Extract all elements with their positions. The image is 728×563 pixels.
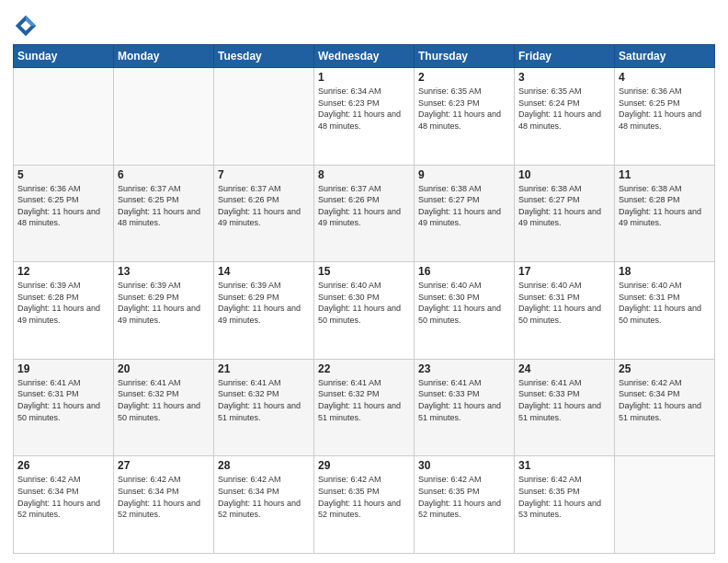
sunset-text: Sunset: 6:31 PM: [619, 292, 711, 304]
sunset-text: Sunset: 6:32 PM: [318, 388, 410, 400]
sunrise-text: Sunrise: 6:37 AM: [318, 183, 410, 195]
sunset-text: Sunset: 6:35 PM: [518, 486, 610, 498]
day-number: 20: [118, 362, 210, 375]
day-info: Sunrise: 6:42 AMSunset: 6:35 PMDaylight:…: [518, 474, 610, 520]
sunrise-text: Sunrise: 6:42 AM: [418, 474, 510, 486]
sunset-text: Sunset: 6:23 PM: [318, 98, 410, 109]
calendar-week-row: 5Sunrise: 6:36 AMSunset: 6:25 PMDaylight…: [14, 165, 715, 262]
sunrise-text: Sunrise: 6:36 AM: [17, 183, 109, 195]
calendar-week-row: 26Sunrise: 6:42 AMSunset: 6:34 PMDayligh…: [14, 456, 715, 554]
daylight-text: Daylight: 11 hours and 51 minutes.: [518, 400, 610, 423]
day-number: 12: [17, 265, 109, 278]
sunset-text: Sunset: 6:27 PM: [518, 194, 610, 206]
calendar-cell: 15Sunrise: 6:40 AMSunset: 6:30 PMDayligh…: [314, 262, 415, 360]
calendar-cell: 7Sunrise: 6:37 AMSunset: 6:26 PMDaylight…: [214, 165, 314, 262]
sunset-text: Sunset: 6:33 PM: [518, 388, 610, 400]
page: SundayMondayTuesdayWednesdayThursdayFrid…: [0, 0, 728, 563]
day-number: 15: [318, 265, 410, 278]
daylight-text: Daylight: 11 hours and 50 minutes.: [17, 400, 109, 423]
weekday-header-wednesday: Wednesday: [314, 45, 415, 68]
sunset-text: Sunset: 6:29 PM: [218, 292, 310, 304]
day-info: Sunrise: 6:38 AMSunset: 6:27 PMDaylight:…: [418, 183, 510, 229]
day-number: 26: [17, 459, 109, 472]
day-number: 17: [518, 265, 610, 278]
daylight-text: Daylight: 11 hours and 49 minutes.: [218, 303, 310, 326]
day-info: Sunrise: 6:42 AMSunset: 6:35 PMDaylight:…: [318, 474, 410, 520]
calendar-cell: 11Sunrise: 6:38 AMSunset: 6:28 PMDayligh…: [615, 165, 715, 262]
daylight-text: Daylight: 11 hours and 48 minutes.: [518, 109, 610, 132]
day-info: Sunrise: 6:39 AMSunset: 6:29 PMDaylight:…: [218, 280, 310, 326]
calendar-cell: 13Sunrise: 6:39 AMSunset: 6:29 PMDayligh…: [114, 262, 214, 360]
calendar-cell: [214, 68, 314, 166]
daylight-text: Daylight: 11 hours and 48 minutes.: [17, 206, 109, 229]
logo-icon: [13, 13, 39, 39]
day-info: Sunrise: 6:34 AMSunset: 6:23 PMDaylight:…: [318, 86, 410, 132]
sunset-text: Sunset: 6:34 PM: [218, 486, 310, 498]
daylight-text: Daylight: 11 hours and 51 minutes.: [218, 400, 310, 423]
daylight-text: Daylight: 11 hours and 48 minutes.: [118, 206, 210, 229]
sunset-text: Sunset: 6:24 PM: [518, 98, 610, 109]
daylight-text: Daylight: 11 hours and 52 minutes.: [118, 498, 210, 521]
calendar-cell: 25Sunrise: 6:42 AMSunset: 6:34 PMDayligh…: [615, 359, 715, 456]
sunrise-text: Sunrise: 6:35 AM: [418, 86, 510, 98]
calendar-cell: 6Sunrise: 6:37 AMSunset: 6:25 PMDaylight…: [114, 165, 214, 262]
sunrise-text: Sunrise: 6:34 AM: [318, 86, 410, 98]
sunrise-text: Sunrise: 6:40 AM: [318, 280, 410, 292]
daylight-text: Daylight: 11 hours and 51 minutes.: [318, 400, 410, 423]
calendar-cell: 18Sunrise: 6:40 AMSunset: 6:31 PMDayligh…: [615, 262, 715, 360]
sunset-text: Sunset: 6:30 PM: [318, 292, 410, 304]
calendar-cell: 14Sunrise: 6:39 AMSunset: 6:29 PMDayligh…: [214, 262, 314, 360]
day-info: Sunrise: 6:40 AMSunset: 6:30 PMDaylight:…: [418, 280, 510, 326]
day-number: 27: [118, 459, 210, 472]
day-number: 16: [418, 265, 510, 278]
sunset-text: Sunset: 6:25 PM: [17, 194, 109, 206]
calendar-cell: 24Sunrise: 6:41 AMSunset: 6:33 PMDayligh…: [515, 359, 615, 456]
daylight-text: Daylight: 11 hours and 50 minutes.: [118, 400, 210, 423]
day-number: 3: [518, 71, 610, 84]
weekday-header-row: SundayMondayTuesdayWednesdayThursdayFrid…: [14, 45, 715, 68]
header: [13, 9, 715, 39]
daylight-text: Daylight: 11 hours and 49 minutes.: [518, 206, 610, 229]
calendar-cell: 30Sunrise: 6:42 AMSunset: 6:35 PMDayligh…: [415, 456, 515, 554]
day-info: Sunrise: 6:41 AMSunset: 6:32 PMDaylight:…: [318, 377, 410, 423]
calendar-table: SundayMondayTuesdayWednesdayThursdayFrid…: [13, 44, 715, 554]
day-info: Sunrise: 6:42 AMSunset: 6:34 PMDaylight:…: [619, 377, 711, 423]
sunrise-text: Sunrise: 6:40 AM: [619, 280, 711, 292]
sunset-text: Sunset: 6:30 PM: [418, 292, 510, 304]
day-number: 9: [418, 168, 510, 181]
calendar-cell: 26Sunrise: 6:42 AMSunset: 6:34 PMDayligh…: [14, 456, 114, 554]
sunrise-text: Sunrise: 6:38 AM: [418, 183, 510, 195]
day-info: Sunrise: 6:37 AMSunset: 6:26 PMDaylight:…: [218, 183, 310, 229]
sunrise-text: Sunrise: 6:41 AM: [218, 377, 310, 389]
weekday-header-friday: Friday: [515, 45, 615, 68]
weekday-header-saturday: Saturday: [615, 45, 715, 68]
day-info: Sunrise: 6:37 AMSunset: 6:26 PMDaylight:…: [318, 183, 410, 229]
sunset-text: Sunset: 6:23 PM: [418, 98, 510, 109]
sunrise-text: Sunrise: 6:38 AM: [518, 183, 610, 195]
sunrise-text: Sunrise: 6:40 AM: [418, 280, 510, 292]
sunset-text: Sunset: 6:29 PM: [118, 292, 210, 304]
calendar-cell: 23Sunrise: 6:41 AMSunset: 6:33 PMDayligh…: [415, 359, 515, 456]
day-number: 1: [318, 71, 410, 84]
day-info: Sunrise: 6:39 AMSunset: 6:29 PMDaylight:…: [118, 280, 210, 326]
day-number: 22: [318, 362, 410, 375]
calendar-cell: 29Sunrise: 6:42 AMSunset: 6:35 PMDayligh…: [314, 456, 415, 554]
sunrise-text: Sunrise: 6:42 AM: [218, 474, 310, 486]
weekday-header-monday: Monday: [114, 45, 214, 68]
weekday-header-sunday: Sunday: [14, 45, 114, 68]
day-info: Sunrise: 6:39 AMSunset: 6:28 PMDaylight:…: [17, 280, 109, 326]
daylight-text: Daylight: 11 hours and 53 minutes.: [518, 498, 610, 521]
sunset-text: Sunset: 6:25 PM: [118, 194, 210, 206]
sunset-text: Sunset: 6:26 PM: [218, 194, 310, 206]
day-number: 8: [318, 168, 410, 181]
calendar-week-row: 12Sunrise: 6:39 AMSunset: 6:28 PMDayligh…: [14, 262, 715, 360]
sunrise-text: Sunrise: 6:41 AM: [318, 377, 410, 389]
daylight-text: Daylight: 11 hours and 49 minutes.: [17, 303, 109, 326]
sunset-text: Sunset: 6:33 PM: [418, 388, 510, 400]
daylight-text: Daylight: 11 hours and 50 minutes.: [619, 303, 711, 326]
day-number: 24: [518, 362, 610, 375]
sunrise-text: Sunrise: 6:41 AM: [418, 377, 510, 389]
daylight-text: Daylight: 11 hours and 50 minutes.: [318, 303, 410, 326]
day-info: Sunrise: 6:38 AMSunset: 6:28 PMDaylight:…: [619, 183, 711, 229]
daylight-text: Daylight: 11 hours and 49 minutes.: [318, 206, 410, 229]
